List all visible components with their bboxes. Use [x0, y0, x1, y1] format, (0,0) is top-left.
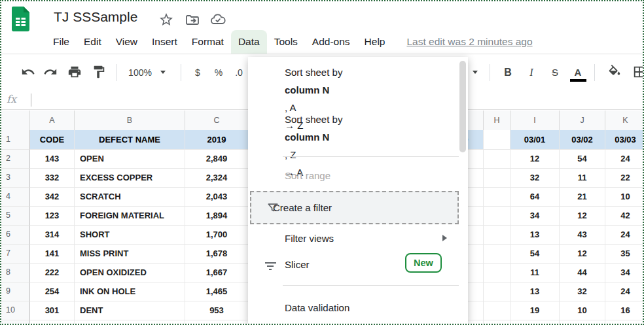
italic-button[interactable]: I	[524, 65, 539, 80]
menu-item-slicer[interactable]: Slicer New	[248, 255, 459, 275]
cell-0302[interactable]: 44	[560, 264, 605, 282]
cell-defect-name[interactable]: DENT	[75, 301, 185, 320]
cell-code[interactable]: 314	[30, 226, 75, 245]
cell-0301[interactable]: 13	[510, 282, 560, 301]
redo-icon[interactable]	[43, 65, 58, 79]
cell[interactable]	[468, 188, 484, 207]
cell-h1[interactable]	[484, 130, 510, 150]
cell[interactable]	[484, 245, 510, 264]
row-number[interactable]: 5	[1, 207, 30, 226]
font-caret-icon[interactable]	[473, 71, 478, 74]
cell-a1[interactable]: CODE	[30, 130, 75, 150]
cell-0302[interactable]: 21	[560, 188, 605, 207]
cell-code[interactable]: 254	[30, 282, 75, 301]
menu-item-filter-views[interactable]: Filter views	[248, 229, 459, 248]
row-number[interactable]: 1	[1, 130, 30, 150]
cell[interactable]	[75, 320, 185, 324]
cell-0301[interactable]: 34	[510, 207, 560, 226]
cell[interactable]	[484, 169, 510, 188]
cell[interactable]	[468, 150, 484, 169]
cell[interactable]	[560, 320, 605, 324]
cell[interactable]	[468, 226, 484, 245]
cell-0301[interactable]: 64	[510, 188, 560, 207]
last-edit-link[interactable]: Last edit was 2 minutes ago	[406, 30, 532, 54]
cell-0303[interactable]: 16	[605, 301, 643, 320]
cell-0302[interactable]: 12	[560, 245, 605, 264]
cell-0303[interactable]: 24	[605, 150, 643, 169]
cell-defect-name[interactable]: EXCESS COPPER	[75, 169, 185, 188]
cell[interactable]	[484, 150, 510, 169]
cell-0303[interactable]: 22	[605, 169, 643, 188]
text-color-button[interactable]: A	[570, 65, 586, 80]
column-header-partial[interactable]	[468, 111, 484, 130]
cell-2019[interactable]: 1,667	[185, 264, 249, 282]
undo-icon[interactable]	[21, 65, 35, 79]
sheets-logo-icon[interactable]	[12, 7, 29, 31]
column-header-a[interactable]: A	[30, 111, 75, 130]
column-header-c[interactable]: C	[185, 111, 249, 130]
move-to-folder-icon[interactable]	[185, 12, 200, 27]
menu-help[interactable]: Help	[357, 30, 393, 54]
cell-0302[interactable]: 12	[560, 207, 605, 226]
cell-defect-name[interactable]: MISS PRINT	[75, 245, 185, 264]
cell[interactable]	[484, 320, 510, 324]
format-currency-button[interactable]: $	[191, 65, 204, 80]
cell-c1[interactable]: 2019	[185, 130, 249, 150]
cell-code[interactable]: 332	[30, 169, 75, 188]
cell-g1-partial[interactable]: D	[468, 130, 484, 150]
cell[interactable]	[484, 301, 510, 320]
column-header-h[interactable]: H	[484, 111, 510, 130]
document-title[interactable]: TJ SSSample	[54, 9, 137, 25]
cell-2019[interactable]: 1,894	[185, 207, 249, 226]
cell[interactable]	[468, 282, 484, 301]
menu-edit[interactable]: Edit	[77, 30, 109, 54]
cell-2019[interactable]: 2,849	[185, 150, 249, 169]
print-icon[interactable]	[67, 65, 82, 79]
cell[interactable]	[484, 188, 510, 207]
cell-j1[interactable]: 03/02	[560, 130, 605, 150]
cell[interactable]	[484, 226, 510, 245]
cell-0302[interactable]: 11	[560, 169, 605, 188]
star-icon[interactable]	[158, 12, 174, 27]
cell-2019[interactable]: 1,465	[185, 282, 249, 301]
zoom-select[interactable]: 100%	[126, 65, 154, 80]
cell[interactable]	[185, 320, 249, 324]
paint-format-icon[interactable]	[92, 65, 106, 79]
fill-color-icon[interactable]	[607, 65, 622, 79]
menu-format[interactable]: Format	[185, 30, 231, 54]
cell-2019[interactable]: 1,678	[185, 245, 249, 264]
cell-2019[interactable]: 953	[185, 301, 249, 320]
menu-addons[interactable]: Add-ons	[305, 30, 357, 54]
zoom-caret-icon[interactable]	[160, 71, 166, 74]
bold-button[interactable]: B	[500, 65, 516, 80]
row-number[interactable]	[1, 320, 30, 324]
cell-code[interactable]: 143	[30, 150, 75, 169]
cell-0302[interactable]: 10	[560, 301, 605, 320]
cell-0303[interactable]: 24	[605, 282, 643, 301]
cell[interactable]	[484, 207, 510, 226]
menu-scrollbar[interactable]	[459, 61, 466, 152]
cell-defect-name[interactable]: OPEN	[75, 150, 185, 169]
menu-view[interactable]: View	[109, 30, 145, 54]
column-header-b[interactable]: B	[75, 111, 185, 130]
cell-defect-name[interactable]: SHORT	[75, 226, 185, 245]
cell-0301[interactable]: 13	[510, 226, 560, 245]
cell[interactable]	[468, 301, 484, 320]
cell-defect-name[interactable]: SCRATCH	[75, 188, 185, 207]
cell-defect-name[interactable]: INK ON HOLE	[75, 282, 185, 301]
row-number[interactable]: 8	[1, 264, 30, 282]
cell-2019[interactable]: 2,043	[185, 188, 249, 207]
cell-0303[interactable]: 42	[605, 207, 643, 226]
column-header-j[interactable]: J	[560, 111, 605, 130]
row-number[interactable]: 2	[1, 150, 30, 169]
cell[interactable]	[468, 320, 484, 324]
cell-defect-name[interactable]: FOREIGN MATERIAL	[75, 207, 185, 226]
cell[interactable]	[484, 264, 510, 282]
row-number[interactable]: 9	[1, 282, 30, 301]
strikethrough-button[interactable]: S	[547, 65, 563, 80]
cell[interactable]	[30, 320, 75, 324]
cell[interactable]	[605, 320, 643, 324]
cell-0301[interactable]: 11	[510, 264, 560, 282]
cell[interactable]	[468, 169, 484, 188]
row-number[interactable]: 3	[1, 169, 30, 188]
